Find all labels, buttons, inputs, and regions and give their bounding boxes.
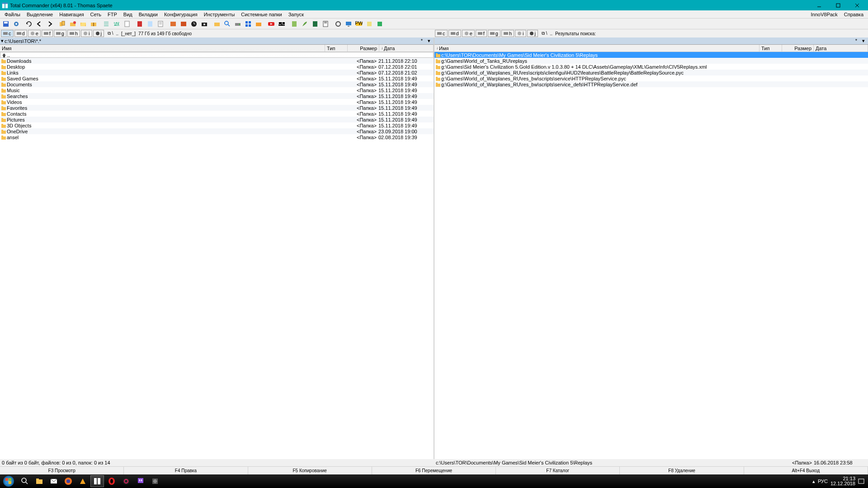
drive-parentdots[interactable]: .. (116, 31, 119, 36)
task-opera-icon[interactable] (105, 475, 118, 487)
fkey-f5[interactable]: F5 Копирование (248, 467, 372, 474)
list-item[interactable]: Downloads<Папка>21.11.2018 22:10 (0, 58, 434, 64)
list-item[interactable]: .. (0, 52, 434, 58)
drive-h-left[interactable]: h (67, 30, 80, 37)
list-item[interactable]: Documents<Папка>15.11.2018 19:49 (0, 81, 434, 87)
col-size-left[interactable]: Размер (348, 45, 379, 52)
folder-open-icon[interactable] (78, 19, 88, 29)
list-item[interactable]: ansel<Папка>02.08.2018 19:39 (0, 134, 434, 140)
menu-selection[interactable]: Выделение (24, 11, 56, 18)
save-icon[interactable] (1, 19, 11, 29)
book-icon[interactable] (289, 19, 299, 29)
filelist-left[interactable]: ..Downloads<Папка>21.11.2018 22:10Deskto… (0, 52, 434, 459)
camera-icon[interactable] (199, 19, 209, 29)
col-date-right[interactable]: Дата (814, 45, 868, 52)
pdf-icon[interactable] (135, 19, 145, 29)
list-icon[interactable] (101, 19, 111, 29)
chevron-down-icon[interactable]: ▾ (1, 38, 4, 44)
col-name-left[interactable]: Имя (0, 45, 325, 52)
ppt1-icon[interactable] (168, 19, 178, 29)
drive-root-icon[interactable]: ⧉ \ (108, 31, 113, 36)
task-mail-icon[interactable] (47, 475, 61, 487)
doc-icon[interactable] (122, 19, 132, 29)
list-item[interactable]: 3D Objects<Папка>15.11.2018 19:49 (0, 122, 434, 128)
menu-sysfolders[interactable]: Системные папки (238, 11, 284, 18)
task-firefox-icon[interactable] (61, 475, 75, 487)
drive-j-left[interactable]: j (93, 30, 104, 37)
leaf-icon[interactable] (300, 19, 310, 29)
gear2-icon[interactable] (333, 19, 343, 29)
list-item[interactable]: g:\Games\World_of_Tanks_RU\replays (434, 58, 868, 64)
history-btn-left[interactable]: * (418, 38, 425, 44)
col-ext-right[interactable]: Тип (760, 45, 782, 52)
drive-f-right[interactable]: f (476, 30, 487, 37)
start-button[interactable] (1, 475, 16, 487)
col-date-left[interactable]: ↓Дата (379, 45, 434, 52)
filelist-right[interactable]: c:\Users\TOR\Documents\My Games\Sid Meie… (434, 52, 868, 459)
copy-icon[interactable] (57, 19, 67, 29)
list-item[interactable]: Contacts<Папка>15.11.2018 19:49 (0, 111, 434, 117)
drive-c-left[interactable]: c (1, 30, 14, 37)
drive-e-right[interactable]: e (462, 30, 475, 37)
fkey-f8[interactable]: F8 Удаление (620, 467, 744, 474)
grid-icon[interactable] (243, 19, 253, 29)
menu-innov8pack[interactable]: InnoV8Pack (808, 11, 840, 18)
menu-config[interactable]: Конфигурация (161, 11, 200, 18)
history-btn-right[interactable]: * (853, 38, 860, 44)
search-icon[interactable] (222, 19, 232, 29)
green-icon[interactable] (375, 19, 385, 29)
list-item[interactable]: g:\Games\World_of_Warplanes_RU\res\scrip… (434, 70, 868, 75)
col-name-right[interactable]: ↓Имя (434, 45, 760, 52)
path-left[interactable]: c:\Users\TOR\*.* (5, 38, 418, 44)
tray-notification-icon[interactable] (858, 478, 864, 484)
gear-icon[interactable] (11, 19, 21, 29)
rename-icon[interactable]: Ab (112, 19, 122, 29)
menu-launch[interactable]: Запуск (286, 11, 307, 18)
minimize-button[interactable] (810, 1, 828, 10)
back-icon[interactable] (34, 19, 44, 29)
list-item[interactable]: OneDrive<Папка>23.09.2018 19:00 (0, 128, 434, 134)
list-item[interactable]: c:\Users\TOR\Documents\My Games\Sid Meie… (434, 52, 868, 58)
list-item[interactable]: Desktop<Папка>07.12.2018 22:01 (0, 64, 434, 70)
task-wot-icon[interactable] (148, 475, 162, 487)
list-item[interactable]: Searches<Папка>15.11.2018 19:49 (0, 93, 434, 99)
folder3-icon[interactable] (254, 19, 264, 29)
drive-g-right[interactable]: g (488, 30, 500, 37)
drive-e-left[interactable]: e (28, 30, 41, 37)
doc3-icon[interactable] (156, 19, 165, 29)
dropdown-btn-left[interactable]: ▾ (425, 38, 433, 44)
ppt2-icon[interactable] (179, 19, 189, 29)
drive-i-left[interactable]: i (81, 30, 92, 37)
notepad-icon[interactable] (321, 19, 330, 29)
drive-c-right[interactable]: c (435, 30, 448, 37)
note-icon[interactable] (364, 19, 374, 29)
clock-icon[interactable] (189, 19, 199, 29)
list-item[interactable]: Links<Папка>07.12.2018 21:02 (0, 70, 434, 75)
drive-h-right[interactable]: h (501, 30, 514, 37)
pw-icon[interactable]: PW (354, 19, 364, 29)
menu-net[interactable]: Сеть (88, 11, 104, 18)
drive-root-icon-right[interactable]: ⧉ \ (542, 31, 547, 36)
list-item[interactable]: g:\Games\World_of_Warplanes_RU\res_bw\sc… (434, 81, 868, 87)
drive-d-left[interactable]: d (14, 30, 27, 37)
doc2-icon[interactable] (145, 19, 155, 29)
folder2-icon[interactable] (212, 19, 222, 29)
menu-view[interactable]: Вид (121, 11, 135, 18)
folder-new-icon[interactable] (68, 19, 78, 29)
col-ext-left[interactable]: Тип (325, 45, 348, 52)
dropdown-btn-right[interactable]: ▾ (860, 38, 867, 44)
list-item[interactable]: Music<Папка>15.11.2018 19:49 (0, 87, 434, 93)
drive-d-right[interactable]: d (448, 30, 461, 37)
youtube-icon[interactable] (266, 19, 276, 29)
close-button[interactable] (848, 1, 866, 10)
task-twitch-icon[interactable] (134, 475, 147, 487)
tray-lang[interactable]: РУС (818, 479, 828, 484)
drive-i-right[interactable]: i (515, 30, 526, 37)
fkey-f7[interactable]: F7 Каталог (496, 467, 620, 474)
tray-clock[interactable]: 21:13 12.12.2018 (830, 476, 855, 486)
list-item[interactable]: Favorites<Папка>15.11.2018 19:49 (0, 105, 434, 111)
fkey-f6[interactable]: F6 Перемещение (372, 467, 496, 474)
forward-icon[interactable] (45, 19, 55, 29)
excel-icon[interactable] (310, 19, 320, 29)
menu-tools[interactable]: Инструменты (201, 11, 238, 18)
